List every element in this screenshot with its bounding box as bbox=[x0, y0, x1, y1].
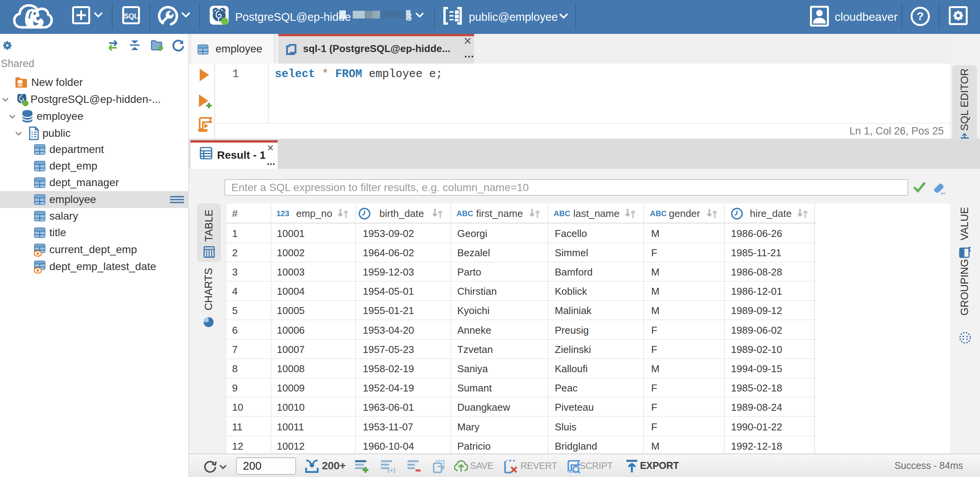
svg-text:?: ? bbox=[917, 10, 924, 22]
svg-text:SQL: SQL bbox=[124, 12, 138, 20]
svg-text:(+): (+) bbox=[387, 467, 395, 473]
